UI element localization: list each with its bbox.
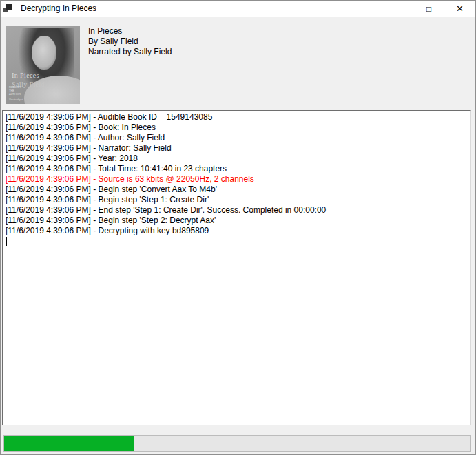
progress-bar: [3, 435, 471, 452]
log-line: [11/6/2019 4:39:06 PM] - Total Time: 10:…: [6, 164, 468, 174]
log-line: [11/6/2019 4:39:06 PM] - Source is 63 kb…: [6, 174, 468, 184]
app-icon-square-large: [6, 4, 12, 10]
log-line: [11/6/2019 4:39:06 PM] - Book: In Pieces: [6, 123, 468, 133]
maximize-icon: □: [426, 4, 431, 14]
log-line: [11/6/2019 4:39:06 PM] - Decrypting with…: [6, 226, 468, 236]
book-cover-image: In Pieces Sally Field READ BY THE AUTHOR…: [6, 26, 80, 104]
log-line: [11/6/2019 4:39:06 PM] - End step 'Step …: [6, 205, 468, 215]
cover-title-text: In Pieces: [12, 72, 39, 79]
log-line: [11/6/2019 4:39:06 PM] - Narrator: Sally…: [6, 143, 468, 154]
progress-fill: [4, 436, 134, 451]
book-info: In Pieces By Sally Field Narrated by Sal…: [88, 26, 172, 57]
book-author: By Sally Field: [88, 36, 172, 47]
minimize-icon: –: [395, 3, 401, 14]
cover-portrait-face: [32, 36, 56, 70]
cover-edition-text: Unabridged: [9, 98, 23, 101]
maximize-button[interactable]: □: [413, 1, 444, 17]
titlebar[interactable]: Decrypting In Pieces – □ ✕: [1, 1, 475, 17]
close-icon: ✕: [456, 3, 464, 14]
log-line: [11/6/2019 4:39:06 PM] - Begin step 'Ste…: [6, 195, 468, 205]
close-button[interactable]: ✕: [444, 1, 475, 17]
log-lines: [11/6/2019 4:39:06 PM] - Audible Book ID…: [6, 112, 468, 236]
log-line: [11/6/2019 4:39:06 PM] - Begin step 'Ste…: [6, 215, 468, 226]
cover-readby-text: READ BY THE AUTHOR: [9, 85, 25, 96]
window-title: Decrypting In Pieces: [21, 1, 96, 17]
window-controls: – □ ✕: [382, 1, 475, 17]
text-caret: [6, 237, 7, 246]
app-icon[interactable]: [3, 3, 13, 14]
log-line: [11/6/2019 4:39:06 PM] - Author: Sally F…: [6, 133, 468, 143]
minimize-button[interactable]: –: [382, 1, 413, 17]
log-line: [11/6/2019 4:39:06 PM] - Begin step 'Con…: [6, 184, 468, 195]
book-narrator: Narrated by Sally Field: [88, 47, 172, 57]
log-line: [11/6/2019 4:39:06 PM] - Year: 2018: [6, 154, 468, 164]
app-window: Decrypting In Pieces – □ ✕ In Pieces Sal…: [0, 0, 476, 455]
log-line: [11/6/2019 4:39:06 PM] - Audible Book ID…: [6, 112, 468, 123]
log-textbox[interactable]: [11/6/2019 4:39:06 PM] - Audible Book ID…: [2, 110, 471, 425]
book-title: In Pieces: [88, 26, 172, 36]
